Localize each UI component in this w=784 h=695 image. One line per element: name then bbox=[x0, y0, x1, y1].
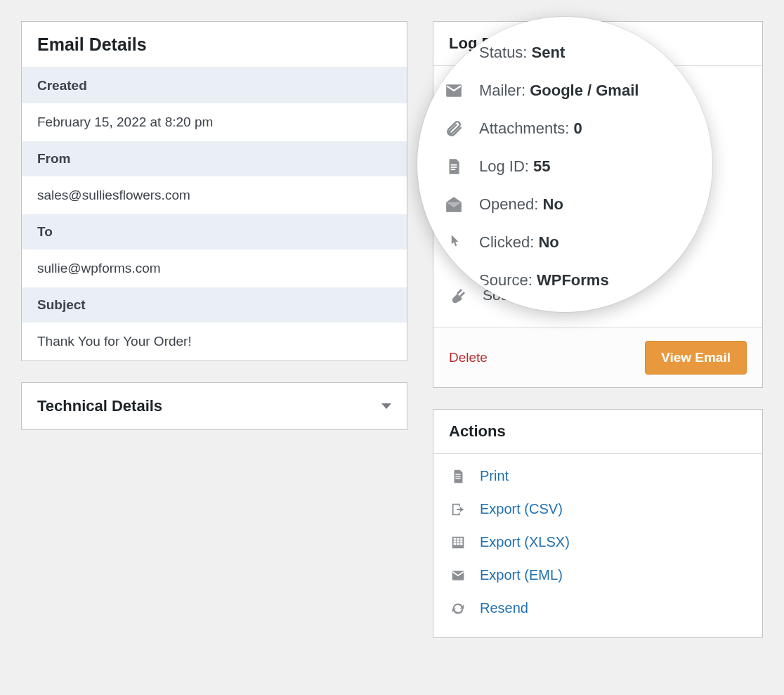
actions-panel: Actions Print Export (CSV) bbox=[433, 409, 763, 638]
envelope-icon bbox=[449, 118, 469, 135]
mailer-label: Mailer: bbox=[483, 118, 527, 134]
attachments-label: Attachments: bbox=[483, 152, 569, 168]
action-resend[interactable]: Resend bbox=[449, 592, 747, 625]
action-export-xlsx-label: Export (XLSX) bbox=[480, 534, 570, 550]
svg-rect-8 bbox=[457, 538, 459, 540]
log-details-title: Log Details bbox=[449, 34, 747, 53]
from-label: From bbox=[22, 141, 407, 176]
email-details-panel: Email Details Created February 15, 2022 … bbox=[21, 21, 407, 361]
log-details-panel: Log Details Status: Sent Mailer: Google … bbox=[433, 21, 763, 388]
action-export-xlsx[interactable]: Export (XLSX) bbox=[449, 526, 747, 559]
print-icon bbox=[449, 469, 467, 484]
status-value: Sent bbox=[533, 84, 565, 100]
plug-icon bbox=[449, 287, 469, 304]
attachments-value: 0 bbox=[573, 152, 581, 168]
actions-title: Actions bbox=[449, 422, 747, 441]
svg-rect-2 bbox=[456, 196, 460, 197]
actions-body: Print Export (CSV) Export (XLSX) bbox=[433, 454, 762, 637]
opened-value: No bbox=[543, 219, 563, 235]
technical-details-toggle[interactable]: Technical Details bbox=[21, 382, 407, 430]
opened-label: Opened: bbox=[483, 219, 540, 235]
source-value: WPForms bbox=[537, 287, 606, 303]
log-details-footer: Delete View Email bbox=[433, 327, 762, 387]
status-dot-icon bbox=[449, 85, 469, 100]
export-icon bbox=[449, 502, 467, 517]
created-label: Created bbox=[22, 68, 407, 103]
log-details-header: Log Details bbox=[433, 22, 762, 66]
email-details-title: Email Details bbox=[37, 34, 391, 55]
log-attachments-row: Attachments: 0 bbox=[449, 143, 747, 177]
action-resend-label: Resend bbox=[480, 600, 528, 616]
clicked-label: Clicked: bbox=[483, 253, 535, 269]
created-value: February 15, 2022 at 8:20 pm bbox=[22, 103, 407, 141]
subject-label: Subject bbox=[22, 287, 407, 323]
paperclip-icon bbox=[449, 152, 469, 169]
svg-rect-9 bbox=[460, 538, 463, 540]
spreadsheet-icon bbox=[449, 535, 467, 550]
action-export-eml-label: Export (EML) bbox=[480, 567, 563, 583]
log-mailer-row: Mailer: Google / Gmail bbox=[449, 110, 747, 143]
from-value: sales@sulliesflowers.com bbox=[22, 176, 407, 214]
subject-value: Thank You for Your Order! bbox=[22, 323, 407, 361]
svg-rect-15 bbox=[460, 543, 463, 545]
svg-rect-4 bbox=[455, 476, 460, 476]
open-envelope-icon bbox=[449, 219, 469, 236]
pointer-icon bbox=[449, 253, 469, 270]
svg-rect-7 bbox=[454, 538, 457, 540]
svg-rect-14 bbox=[457, 543, 459, 545]
svg-rect-3 bbox=[455, 474, 460, 474]
action-export-eml[interactable]: Export (EML) bbox=[449, 559, 747, 592]
caret-down-icon bbox=[381, 403, 391, 409]
action-export-csv-label: Export (CSV) bbox=[480, 501, 563, 517]
actions-header: Actions bbox=[433, 410, 762, 454]
svg-rect-11 bbox=[457, 540, 459, 543]
log-clicked-row: Clicked: No bbox=[449, 245, 747, 278]
log-id-value: 55 bbox=[535, 186, 551, 202]
svg-rect-10 bbox=[454, 540, 457, 543]
log-id-label: Log ID: bbox=[483, 186, 530, 202]
log-opened-row: Opened: No bbox=[449, 211, 747, 245]
svg-rect-13 bbox=[454, 543, 457, 545]
technical-details-title: Technical Details bbox=[37, 397, 162, 415]
delete-link[interactable]: Delete bbox=[449, 350, 488, 365]
view-email-button[interactable]: View Email bbox=[645, 341, 747, 375]
refresh-icon bbox=[449, 601, 467, 616]
status-label: Status: bbox=[483, 84, 528, 100]
log-status-row: Status: Sent bbox=[449, 76, 747, 110]
action-print[interactable]: Print bbox=[449, 460, 747, 493]
action-export-csv[interactable]: Export (CSV) bbox=[449, 493, 747, 526]
to-value: sullie@wpforms.com bbox=[22, 249, 407, 287]
svg-rect-12 bbox=[460, 540, 463, 543]
document-icon bbox=[449, 186, 469, 202]
log-id-row: Log ID: 55 bbox=[449, 177, 747, 211]
svg-rect-0 bbox=[456, 192, 461, 193]
source-label: Source: bbox=[483, 287, 533, 303]
action-print-label: Print bbox=[480, 468, 509, 484]
svg-rect-5 bbox=[455, 477, 460, 478]
clicked-value: No bbox=[540, 253, 559, 269]
svg-rect-1 bbox=[456, 194, 461, 195]
to-label: To bbox=[22, 214, 407, 249]
mailer-value: Google / Gmail bbox=[531, 118, 635, 134]
email-details-header: Email Details bbox=[22, 22, 407, 68]
log-source-row: Source: WPForms bbox=[449, 278, 747, 312]
log-details-body: Status: Sent Mailer: Google / Gmail Atta… bbox=[433, 66, 762, 327]
mail-icon bbox=[449, 569, 467, 583]
